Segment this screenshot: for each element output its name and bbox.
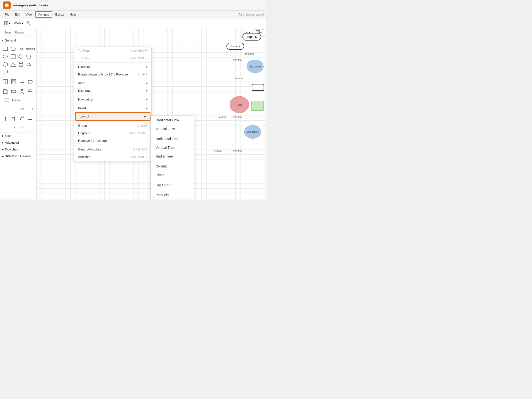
shape-diamond[interactable] (17, 53, 24, 60)
shape-tape[interactable] (10, 88, 17, 95)
shape-hexagon[interactable] (2, 61, 9, 68)
horizontal-flow-label: Horizontal Flow (156, 118, 179, 122)
menu-edit[interactable]: Edit (12, 12, 23, 17)
subnode-pink[interactable]: node (230, 96, 249, 113)
menu-group[interactable]: Group Cmd+G (74, 122, 151, 129)
layout-sep-4 (151, 190, 194, 190)
shape-rounded-rectangle[interactable] (10, 45, 17, 52)
advanced-label: Advanced (5, 141, 19, 144)
panel-toggle-button[interactable]: ▾ (2, 20, 12, 26)
relation-label-4: relation (218, 116, 227, 118)
menu-extras[interactable]: Extras (53, 12, 67, 17)
app-icon (3, 1, 11, 9)
menu-insert[interactable]: Insert ▶ (74, 104, 151, 112)
layout-vertical-flow[interactable]: Vertical Flow (151, 125, 194, 133)
layout-vertical-tree[interactable]: Vertical Tree (151, 143, 194, 152)
topic7-node[interactable]: Topic 7 (226, 43, 244, 50)
menu-align[interactable]: Align ▶ (74, 79, 151, 87)
shape-line-arrow[interactable] (10, 125, 17, 131)
layout-parallels[interactable]: Parallels (151, 191, 194, 199)
search-shapes-input[interactable] (2, 30, 34, 35)
shape-text-label[interactable]: Text (17, 45, 24, 52)
relation-label-2: relation (233, 58, 242, 61)
zoom-control[interactable]: 85% ▾ (14, 21, 23, 25)
clear-waypoints-label: Clear Waypoints (78, 148, 101, 151)
layout-org-chart[interactable]: Org Chart (151, 181, 194, 189)
menu-layout[interactable]: Layout ▶ (76, 113, 150, 120)
shape-line-double-arrow[interactable] (17, 125, 24, 131)
svg-rect-26 (4, 99, 9, 102)
remove-from-group-label: Remove from Group (78, 139, 107, 142)
menu-help[interactable]: Help (67, 12, 78, 17)
vertical-flow-label: Vertical Flow (156, 127, 175, 131)
shape-line-dot[interactable] (25, 125, 32, 131)
shape-double-up-arrow[interactable] (10, 115, 17, 122)
layout-horizontal-flow[interactable]: Horizontal Flow (151, 116, 194, 125)
shape-square[interactable] (10, 53, 17, 60)
shape-grid-2 (0, 77, 36, 87)
shape-arrow-right[interactable] (19, 78, 25, 85)
shape-return-arrow[interactable] (27, 115, 34, 122)
canvas-area[interactable]: ＋ ▾ ▾ Topic 6 Topic 7 relation relation … (36, 28, 266, 200)
subnode-blue-1[interactable]: Sub-node (247, 60, 264, 73)
curved-shape-node[interactable] (252, 84, 264, 91)
layout-organic[interactable]: Organic (151, 162, 194, 171)
shape-cloud[interactable] (25, 61, 32, 68)
layout-horizontal-tree[interactable]: Horizontal Tree (151, 134, 194, 143)
menu-ungroup[interactable]: Ungroup Cmd+Shift+U (74, 129, 151, 137)
menu-view[interactable]: View (23, 12, 35, 17)
shape-bidirectional-arrow[interactable] (27, 106, 34, 112)
menu-to-back[interactable]: To Back Cmd+Shift+B (74, 54, 151, 62)
shape-triangle[interactable] (10, 61, 17, 68)
list-item-label: List Item (12, 99, 21, 102)
general-section-header[interactable]: ▾ General (0, 37, 36, 44)
shape-chevron[interactable] (27, 78, 34, 85)
shape-parallelogram[interactable] (25, 53, 32, 60)
topic6-node[interactable]: Topic 6 (242, 33, 261, 41)
flowchart-section-header[interactable]: ▶ Flowchart (0, 146, 36, 153)
menu-file[interactable]: File (2, 12, 12, 17)
shape-callout[interactable] (2, 69, 9, 75)
svg-marker-21 (28, 80, 33, 83)
advanced-section-header[interactable]: ▶ Advanced (0, 139, 36, 146)
shape-curved-arrow[interactable] (19, 115, 25, 122)
menu-bar: File Edit View Arrange Extras Help All c… (0, 11, 266, 18)
green-rect-node[interactable] (251, 101, 264, 111)
circle-label: Circle (156, 173, 164, 177)
menu-arrange[interactable]: Arrange (35, 11, 52, 18)
menu-autosize[interactable]: Autosize Cmd+Shift+Y (74, 153, 151, 161)
layout-radial-tree[interactable]: Radial Tree (151, 152, 194, 161)
shape-arrow-up[interactable] (2, 115, 9, 122)
shape-list-container[interactable] (2, 97, 11, 104)
misc-section-header[interactable]: ▶ Misc (0, 132, 36, 139)
shape-person[interactable] (19, 88, 25, 95)
shape-cylinder[interactable] (17, 61, 24, 68)
horizontal-tree-label: Horizontal Tree (156, 137, 179, 141)
arrange-dropdown: To Front Cmd+Shift+F To Back Cmd+Shift+B… (74, 47, 152, 161)
shape-heading-label[interactable]: Heading ═══ (25, 45, 36, 52)
menu-rotate[interactable]: Rotate shape only by 90° / Reverse Cmd+R (74, 71, 151, 78)
svg-marker-7 (26, 55, 31, 58)
shape-nested-rect[interactable] (10, 78, 17, 85)
shape-table[interactable] (2, 78, 9, 85)
menu-navigation[interactable]: Navigation ▶ (74, 96, 151, 103)
layout-circle[interactable]: Circle (151, 171, 194, 179)
menu-to-front[interactable]: To Front Cmd+Shift+F (74, 47, 151, 54)
heading-label: Heading (26, 48, 35, 50)
shape-document[interactable] (2, 88, 9, 95)
shape-half-circle[interactable] (27, 88, 34, 95)
shape-line-plain[interactable] (2, 125, 9, 131)
menu-distribute[interactable]: Distribute ▶ (74, 87, 151, 94)
shape-rectangle[interactable] (2, 45, 9, 52)
subnode5-node[interactable]: Sub-node 5 (244, 125, 261, 139)
shape-line[interactable] (2, 106, 9, 112)
shape-dashed-line[interactable] (10, 106, 17, 112)
menu-remove-from-group[interactable]: Remove from Group (74, 137, 151, 144)
bpmn-section-header[interactable]: ▶ BPMN 2.0 General (0, 153, 36, 159)
menu-direction[interactable]: Direction ▶ (74, 63, 151, 71)
shape-thick-arrow[interactable] (19, 106, 25, 112)
svg-point-24 (21, 89, 23, 91)
menu-clear-waypoints[interactable]: Clear Waypoints Alt+Shift+C (74, 146, 151, 153)
shape-ellipse[interactable] (2, 53, 9, 60)
search-icon[interactable]: 🔍 (25, 20, 32, 26)
